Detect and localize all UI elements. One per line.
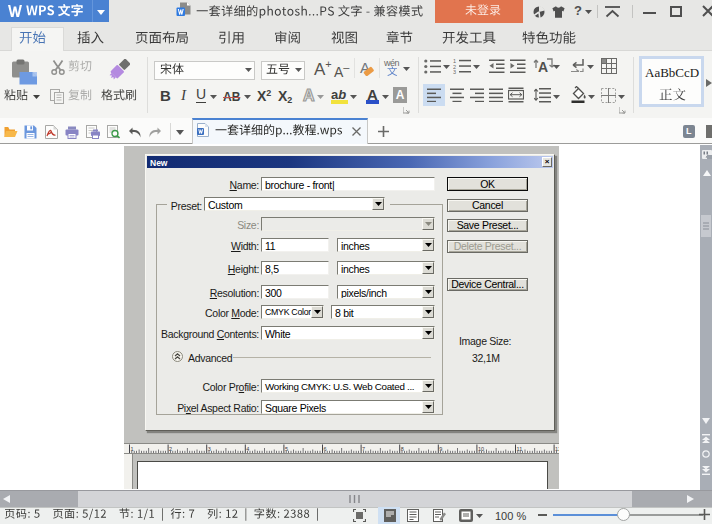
svg-text:5: 5 bbox=[285, 446, 288, 452]
svg-text:11: 11 bbox=[517, 446, 523, 452]
svg-text:1: 1 bbox=[131, 446, 134, 452]
svg-text:12: 12 bbox=[555, 446, 559, 452]
svg-text:8: 8 bbox=[401, 446, 404, 452]
svg-text:2: 2 bbox=[169, 446, 172, 452]
svg-text:6: 6 bbox=[324, 446, 327, 452]
svg-text:7: 7 bbox=[362, 446, 365, 452]
svg-text:9: 9 bbox=[439, 446, 442, 452]
svg-text:3: 3 bbox=[208, 446, 211, 452]
svg-text:4: 4 bbox=[246, 446, 249, 452]
svg-text:3: 3 bbox=[453, 69, 456, 74]
svg-text:10: 10 bbox=[478, 446, 484, 452]
